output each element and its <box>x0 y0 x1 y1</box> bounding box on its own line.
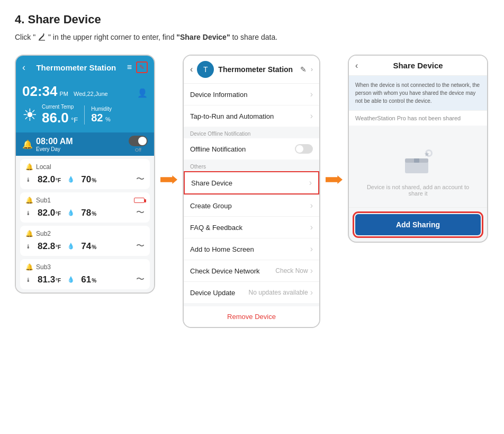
hum-icon-sub1: 💧 <box>67 209 75 216</box>
share-notice: When the device is not connected to the … <box>349 76 487 110</box>
sensor-hum-local: 70 <box>81 174 91 185</box>
arrow-1 <box>155 171 183 188</box>
hum-icon-local: 💧 <box>67 176 75 183</box>
chart-icon-sub1[interactable]: 〜 <box>136 207 145 218</box>
share-not-shared-text: WeatherStation Pro has not been shared <box>349 110 487 126</box>
settings-row-offline-notif[interactable]: Offline Notification <box>184 138 319 160</box>
sensor-hum-sub2: 74 <box>81 241 91 252</box>
hum-icon-sub3: 💧 <box>67 276 75 283</box>
section-description: Click " " in the upper right corner to e… <box>15 33 489 42</box>
settings-row-check-network[interactable]: Check Device Network Check Now <box>184 260 319 281</box>
settings-device-title: Thermometer Station <box>218 65 296 74</box>
settings-rows-group: Device Information Tap-to-Run and Automa… <box>184 84 319 127</box>
temp-label: Current Temp <box>42 104 78 110</box>
chart-icon-sub3[interactable]: 〜 <box>136 274 145 285</box>
faq-chevron <box>310 223 313 232</box>
create-group-chevron <box>310 201 313 210</box>
device-avatar: T <box>197 61 214 78</box>
empty-box-icon: ★ <box>400 147 437 179</box>
temp-icon-sub1: 🌡 <box>25 210 31 216</box>
offline-toggle[interactable] <box>295 144 313 154</box>
arrow-2 <box>320 171 348 188</box>
hum-unit-local: % <box>92 178 96 183</box>
sensor-name-sub1: Sub1 <box>36 197 51 204</box>
settings-row-create-group[interactable]: Create Group <box>184 194 319 216</box>
sensor-list: 🔔 Local 🌡 82.0°F 💧 70% 〜 🔔 Sub1 <box>16 159 154 289</box>
section-heading: 4. Share Device <box>15 13 489 26</box>
sensor-icon-local: 🔔 <box>25 163 33 171</box>
chart-icon-local[interactable]: 〜 <box>136 174 145 185</box>
faq-label: FAQ & Feedback <box>190 224 242 232</box>
share-back[interactable]: ‹ <box>355 61 358 70</box>
alarm-time: 08:00 AM <box>36 137 73 146</box>
settings-edit-icon[interactable]: ✎ <box>300 65 307 74</box>
toggle-label: Off <box>135 147 141 153</box>
hum-unit-sub1: % <box>92 211 96 217</box>
tap-automation-label: Tap-to-Run and Automation <box>190 112 274 120</box>
sensor-name-sub3: Sub3 <box>36 263 51 271</box>
create-group-label: Create Group <box>190 202 232 210</box>
back-button[interactable]: ‹ <box>22 62 25 73</box>
add-home-label: Add to Home Screen <box>190 245 254 253</box>
alarm-sub: Every Day <box>36 146 73 152</box>
settings-row-device-info[interactable]: Device Information <box>184 84 319 105</box>
settings-row-faq[interactable]: FAQ & Feedback <box>184 216 319 238</box>
settings-row-add-home[interactable]: Add to Home Screen <box>184 238 319 260</box>
alarm-icon: 🔔 <box>22 139 33 149</box>
temp-unit-sub2: °F <box>56 244 61 250</box>
add-home-chevron <box>310 244 313 254</box>
hum-unit-sub3: % <box>92 278 96 284</box>
temp-icon-local: 🌡 <box>25 176 31 183</box>
share-device-label: Share Device <box>191 179 232 187</box>
sensor-item-sub2: 🔔 Sub2 🌡 82.8°F 💧 74% 〜 <box>20 226 150 256</box>
share-empty-state: ★ Device is not shared, add an account t… <box>349 126 487 207</box>
sensor-temp-sub1: 82.0 <box>38 208 55 218</box>
hum-icon-sub2: 💧 <box>67 243 75 250</box>
temp-icon-sub3: 🌡 <box>25 277 31 283</box>
temp-unit-local: °F <box>56 178 61 183</box>
hum-unit-sub2: % <box>92 244 96 250</box>
humidity-value: 82 <box>91 112 103 123</box>
alarm-toggle[interactable] <box>129 136 148 146</box>
phone-panel-1: ‹ Thermometer Station ≡ ✎ 02:34 PM Wed,2… <box>15 55 155 294</box>
svg-marker-1 <box>160 175 177 184</box>
header-icons: ≡ ✎ <box>127 61 148 73</box>
sensor-item-sub1: 🔔 Sub1 🌡 82.0°F 💧 78% 〜 <box>20 192 150 223</box>
settings-header: ‹ T Thermometer Station ✎ › <box>184 56 319 84</box>
sun-icon: ☀ <box>22 105 38 125</box>
svg-rect-7 <box>414 158 419 163</box>
section-label-others: Others <box>184 160 319 171</box>
temp-icon-sub2: 🌡 <box>25 243 31 250</box>
device-update-status: No updates available <box>249 288 313 297</box>
settings-row-device-update[interactable]: Device Update No updates available <box>184 281 319 303</box>
menu-icon[interactable]: ≡ <box>127 63 132 72</box>
device-update-label: Device Update <box>190 289 235 297</box>
share-btn-area: Add Sharing <box>349 207 487 242</box>
offline-notif-label: Offline Notification <box>190 145 246 153</box>
settings-row-tap-automation[interactable]: Tap-to-Run and Automation <box>184 105 319 127</box>
share-device-chevron <box>309 178 312 188</box>
device-info-chevron <box>310 90 313 99</box>
share-title: Share Device <box>393 61 443 70</box>
empty-text: Device is not shared, add an account to … <box>359 184 476 197</box>
device-info-label: Device Information <box>190 91 247 99</box>
temp-unit-sub3: °F <box>56 278 61 284</box>
sensor-icon-sub3: 🔔 <box>25 263 33 271</box>
humidity-label: Humidity <box>91 106 112 112</box>
humidity-unit: % <box>105 116 111 122</box>
add-sharing-button[interactable]: Add Sharing <box>355 214 481 235</box>
share-panel: ‹ Share Device When the device is not co… <box>348 55 488 243</box>
phone-title: Thermometer Station <box>36 63 116 72</box>
remove-device-button[interactable]: Remove Device <box>184 303 319 327</box>
settings-row-share-device[interactable]: Share Device <box>184 171 319 194</box>
svg-marker-2 <box>326 175 343 184</box>
sensor-temp-sub3: 81.3 <box>38 274 55 285</box>
sensor-temp-local: 82.0 <box>38 174 55 185</box>
chart-icon-sub2[interactable]: 〜 <box>136 241 145 252</box>
user-icon: 👤 <box>137 88 148 98</box>
settings-back[interactable]: ‹ <box>190 65 193 74</box>
sensor-item-local: 🔔 Local 🌡 82.0°F 💧 70% 〜 <box>20 159 150 189</box>
check-network-label: Check Device Network <box>190 267 260 275</box>
edit-icon[interactable]: ✎ <box>136 61 148 73</box>
svg-text:★: ★ <box>424 150 430 158</box>
